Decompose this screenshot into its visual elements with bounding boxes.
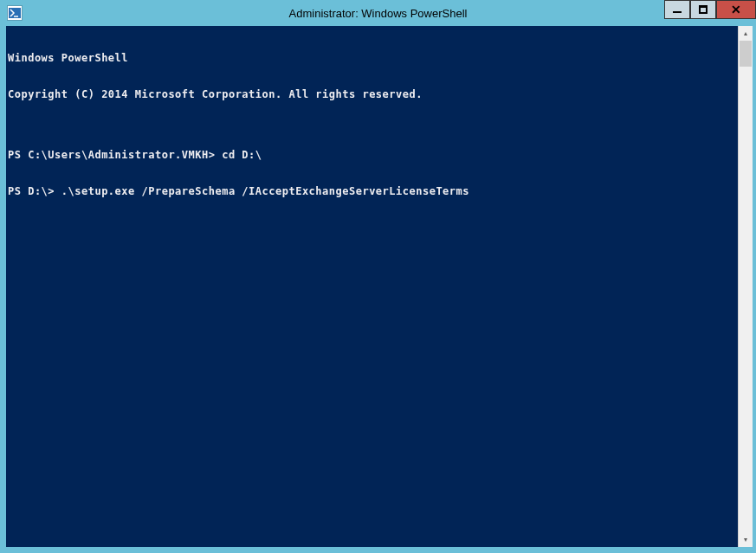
- maximize-button[interactable]: [690, 0, 716, 19]
- window-controls: ✕: [664, 0, 756, 19]
- terminal-line: Copyright (C) 2014 Microsoft Corporation…: [8, 88, 738, 100]
- chevron-up-icon: ▴: [744, 29, 747, 37]
- terminal-area: Windows PowerShell Copyright (C) 2014 Mi…: [6, 26, 753, 547]
- scroll-up-button[interactable]: ▴: [739, 26, 753, 41]
- minimize-icon: [673, 11, 682, 13]
- terminal-line: PS D:\> .\setup.exe /PrepareSchema /IAcc…: [8, 185, 738, 197]
- vertical-scrollbar[interactable]: ▴ ▾: [738, 26, 753, 547]
- window-title: Administrator: Windows PowerShell: [0, 7, 756, 20]
- powershell-icon: [7, 5, 23, 21]
- scroll-down-button[interactable]: ▾: [739, 532, 753, 547]
- maximize-icon: [699, 5, 708, 14]
- chevron-down-icon: ▾: [744, 536, 747, 543]
- terminal-line: Windows PowerShell: [8, 52, 738, 64]
- close-button[interactable]: ✕: [716, 0, 756, 19]
- titlebar: Administrator: Windows PowerShell ✕: [0, 0, 756, 26]
- terminal-output[interactable]: Windows PowerShell Copyright (C) 2014 Mi…: [6, 26, 738, 547]
- scroll-thumb[interactable]: [740, 41, 752, 67]
- close-icon: ✕: [731, 3, 741, 16]
- terminal-line: PS C:\Users\Administrator.VMKH> cd D:\: [8, 149, 738, 161]
- minimize-button[interactable]: [664, 0, 690, 19]
